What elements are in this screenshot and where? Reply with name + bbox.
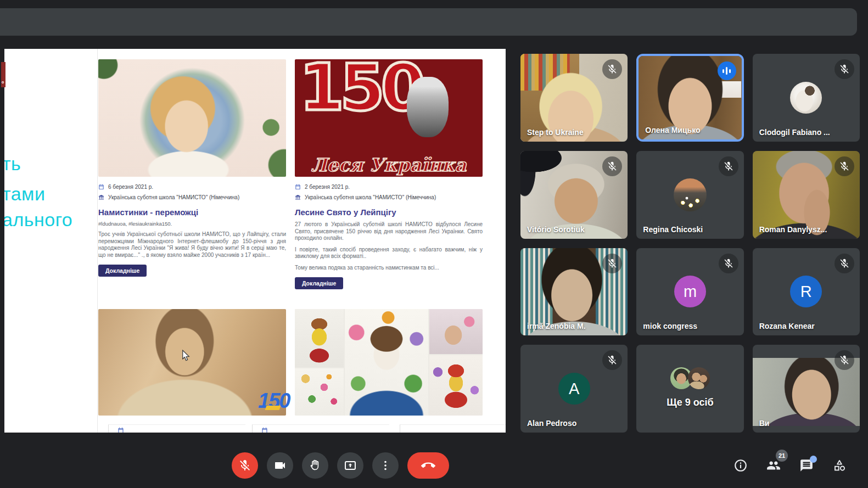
lesya-150-banner-image: 150 Леся Українка: [295, 59, 483, 177]
participant-name: Олена Мицько: [645, 126, 700, 134]
participant-tile-overflow-more-people[interactable]: Ще 9 осіб: [636, 345, 743, 433]
participant-letter-avatar: R: [790, 276, 822, 307]
more-options-icon: [379, 459, 392, 472]
article-date: 6 березня 2021 р.: [108, 184, 153, 190]
participant-name: Ви: [759, 419, 770, 428]
article-school: Українська суботня школа "НАМИСТО" (Німе…: [305, 194, 436, 200]
more-options-button[interactable]: [372, 452, 399, 479]
mic-muted-icon: [602, 156, 622, 176]
banner-150-number: 150: [299, 59, 421, 125]
slide-side-text: тами: [4, 183, 45, 205]
activities-icon: [832, 458, 847, 473]
participant-name: irmã Zenóbia M.: [527, 322, 586, 330]
chat-button[interactable]: [799, 458, 814, 473]
participant-tile-irma-zenobia[interactable]: irmã Zenóbia M.: [520, 248, 628, 336]
article-card: 150 Леся Українка 2 березня 2021 р. Укра…: [295, 59, 483, 289]
lesya-sepia-photo: 150: [98, 309, 286, 416]
article-date: 2 березня 2021 р.: [305, 184, 350, 190]
end-call-button[interactable]: [407, 452, 449, 479]
participant-letter-avatar: A: [558, 373, 590, 405]
call-controls-toolbar: [232, 452, 449, 479]
participant-tile-you[interactable]: Ви: [753, 345, 860, 433]
calendar-icon: [98, 184, 104, 190]
meeting-details-button[interactable]: [733, 458, 748, 473]
article-title: Лесине Свято у Лейпцігу: [295, 207, 483, 217]
meeting-panel-icons: 21: [733, 458, 847, 473]
mic-toggle-button[interactable]: [232, 452, 258, 479]
mic-muted-icon: [835, 59, 854, 79]
activities-button[interactable]: [832, 458, 847, 473]
institution-icon: [295, 194, 301, 200]
raise-hand-icon: [309, 459, 322, 472]
camera-icon: [273, 459, 287, 472]
participant-name: Step to Ukraine: [527, 128, 584, 137]
participant-name: Regina Chicoski: [643, 225, 703, 234]
calendar-icon: [117, 427, 124, 433]
info-icon: [733, 458, 748, 473]
end-call-icon: [421, 458, 435, 473]
participant-name: miok congress: [643, 322, 697, 330]
mic-muted-icon: [602, 254, 622, 273]
participants-button[interactable]: 21: [766, 458, 781, 473]
participant-letter-avatar: m: [674, 276, 706, 307]
lesya-bw-photo: [407, 77, 449, 137]
avatar: [688, 367, 710, 389]
presentation-logo-fragment: о: [1, 62, 5, 87]
participant-name: Roman Danylysz...: [759, 225, 827, 234]
present-screen-button[interactable]: [337, 452, 363, 479]
article-hashtags: #ldudnauoa, #lesiaukrainka150.: [98, 221, 286, 227]
article-body: Тому велика подяка за старанність намист…: [295, 265, 483, 272]
mic-muted-icon: [835, 156, 854, 176]
lesya-watercolor-portrait-image: [98, 59, 286, 177]
mic-muted-icon: [719, 254, 738, 273]
participants-count-badge: 21: [776, 450, 788, 462]
article-body: І повірте, такий спосіб проведення заход…: [295, 246, 483, 260]
next-cards-row-partial: [4, 424, 506, 433]
mic-muted-icon: [719, 156, 738, 176]
present-screen-icon: [344, 459, 357, 472]
share-divider-line: [97, 49, 98, 433]
participant-tile-rozana-kenear[interactable]: R Rozana Kenear: [753, 248, 860, 336]
read-more-button: Докладніше: [295, 277, 343, 289]
slide-side-text: ть: [4, 153, 21, 175]
participant-name: Rozana Kenear: [759, 322, 815, 330]
slide-side-text: ального: [4, 209, 72, 231]
banner-script-text: Леся Українка: [295, 154, 483, 176]
article-title: Намистинки - переможці: [98, 207, 286, 217]
read-more-button: Докладніше: [98, 265, 147, 277]
participant-tile-roman-danylysz[interactable]: Roman Danylysz...: [753, 151, 860, 239]
screen-share-surface: ть тами ального 6 березня 2021 р. Україн…: [4, 49, 506, 433]
mic-muted-icon: [835, 350, 854, 370]
participant-tile-miok-congress[interactable]: m miok congress: [636, 248, 743, 336]
article-body: 27 лютого в Українській суботній школі Н…: [295, 221, 483, 242]
participant-tile-olena-mytsko[interactable]: Олена Мицько: [636, 54, 743, 142]
150-watermark: 150: [258, 389, 289, 413]
participant-tile-regina-chicoski[interactable]: Regina Chicoski: [636, 151, 743, 239]
participant-avatar: [790, 82, 822, 114]
participant-tile-step-to-ukraine[interactable]: Step to Ukraine: [520, 54, 628, 142]
overflow-count-label: Ще 9 осіб: [636, 397, 743, 408]
article-body: Троє учнів Української суботньої школи Н…: [98, 231, 286, 259]
participant-tile-alan-pedroso[interactable]: A Alan Pedroso: [520, 345, 628, 433]
overflow-avatars: [670, 367, 710, 389]
article-school: Українська суботня школа "НАМИСТО" (Німе…: [108, 194, 239, 200]
speaking-indicator-icon: [718, 61, 736, 80]
participant-grid: Step to Ukraine Олена Мицько Clodogil Fa…: [520, 54, 860, 433]
participant-name: Alan Pedroso: [527, 419, 576, 428]
children-drawings-collage: [295, 309, 483, 416]
mouse-cursor: [182, 350, 190, 362]
institution-icon: [98, 194, 104, 200]
participant-tile-vitorio-sorotiuk[interactable]: Vitório Sorotiuk: [520, 151, 628, 239]
participant-name: Clodogil Fabiano ...: [759, 128, 830, 137]
camera-toggle-button[interactable]: [267, 452, 293, 479]
window-top-band: [0, 8, 857, 36]
participant-avatar: [674, 178, 707, 211]
mic-muted-icon: [835, 254, 854, 273]
chat-notification-dot: [810, 456, 817, 463]
raise-hand-button[interactable]: [302, 452, 328, 479]
article-card: 6 березня 2021 р. Українська суботня шко…: [98, 59, 286, 277]
calendar-icon: [295, 184, 301, 190]
participant-tile-clodogil-fabiano[interactable]: Clodogil Fabiano ...: [753, 54, 860, 142]
mic-off-icon: [238, 459, 251, 472]
mic-muted-icon: [602, 350, 622, 370]
